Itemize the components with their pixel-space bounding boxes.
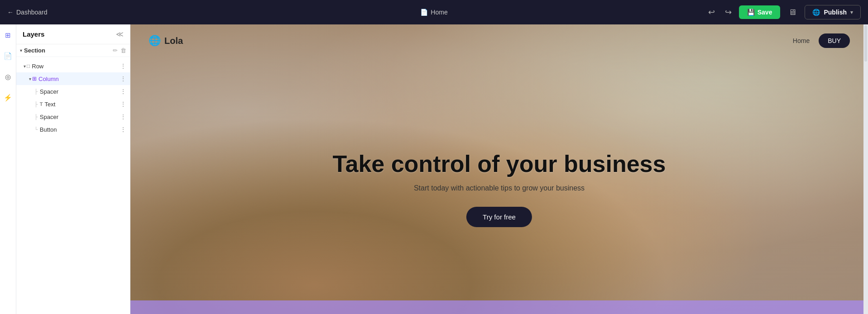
back-arrow-icon: ← — [7, 9, 14, 16]
save-button[interactable]: 💾 Save — [739, 5, 781, 19]
save-icon: 💾 — [747, 9, 755, 16]
icon-bar-pages[interactable]: 📄 — [2, 50, 14, 62]
layers-panel: Layers ≪ ▾ Section ✏ 🗑 ▾ □ Row ⋮ ▾ — [16, 24, 130, 314]
tree-item-spacer2[interactable]: ├ Spacer ⋮ — [16, 110, 130, 123]
hero-title: Take control of your business — [241, 151, 757, 177]
tree-item-row[interactable]: ▾ □ Row ⋮ — [16, 60, 130, 72]
topbar: ← Dashboard 📄 Home ↩ ↪ 💾 Save 🖥 🌐 Publis… — [0, 0, 868, 24]
icon-bar-layers[interactable]: ⊞ — [2, 29, 14, 42]
nav-home-link[interactable]: Home — [793, 37, 810, 44]
tree-item-text[interactable]: ├ T Text ⋮ — [16, 98, 130, 110]
text-label: Text — [45, 101, 120, 108]
preview-button[interactable]: 🖥 — [785, 6, 800, 19]
main-layout: ⊞ 📄 ◎ ⚡ Layers ≪ ▾ Section ✏ 🗑 ▾ □ Row ⋮ — [0, 24, 868, 314]
icon-bar-elements[interactable]: ◎ — [2, 71, 14, 83]
section-caret-icon[interactable]: ▾ — [20, 48, 22, 53]
spacer2-more-icon[interactable]: ⋮ — [120, 113, 126, 120]
publish-chevron-icon: ▾ — [850, 10, 853, 15]
section-label: Section — [24, 47, 110, 54]
page-file-icon: 📄 — [420, 9, 428, 16]
redo-button[interactable]: ↪ — [722, 5, 734, 19]
row-label: Row — [32, 63, 120, 70]
nav-buy-button[interactable]: BUY — [819, 33, 850, 48]
hero-content: Take control of your business Start toda… — [241, 151, 757, 227]
column-more-icon[interactable]: ⋮ — [120, 75, 126, 82]
logo-text: Lola — [164, 36, 183, 46]
hero-subtitle: Start today with actionable tips to grow… — [241, 184, 757, 192]
hero-nav: 🌐 Lola Home BUY — [130, 24, 868, 57]
publish-label: Publish — [824, 9, 847, 16]
column-label: Column — [38, 76, 120, 82]
spacer1-more-icon[interactable]: ⋮ — [120, 88, 126, 95]
tree-item-spacer1[interactable]: ├ Spacer ⋮ — [16, 85, 130, 98]
hero-logo[interactable]: 🌐 Lola — [149, 35, 183, 47]
hero-bottom-bar — [130, 300, 868, 314]
row-caret-icon[interactable]: ▾ — [24, 64, 26, 69]
icon-bar: ⊞ 📄 ◎ ⚡ — [0, 24, 16, 314]
hero-section: 🌐 Lola Home BUY Take control of your bus… — [130, 24, 868, 314]
page-title-area: 📄 Home — [420, 9, 447, 16]
column-caret-icon[interactable]: ▾ — [29, 76, 31, 81]
column-grid-icon: ⊞ — [32, 76, 37, 82]
row-box-icon: □ — [27, 63, 30, 69]
text-t-icon: T — [40, 101, 43, 107]
back-button[interactable]: ← Dashboard — [7, 9, 48, 16]
canvas-area: 🌐 Lola Home BUY Take control of your bus… — [130, 24, 868, 314]
publish-button[interactable]: 🌐 Publish ▾ — [805, 5, 861, 19]
hero-nav-links: Home BUY — [793, 33, 850, 48]
topbar-actions: ↩ ↪ 💾 Save 🖥 🌐 Publish ▾ — [705, 5, 861, 19]
collapse-icon[interactable]: ≪ — [116, 30, 124, 38]
icon-bar-flash[interactable]: ⚡ — [2, 91, 14, 104]
tree-item-button[interactable]: └ Button ⋮ — [16, 123, 130, 136]
layers-tree: ▾ □ Row ⋮ ▾ ⊞ Column ⋮ ├ Spacer ⋮ — [16, 57, 130, 314]
spacer1-label: Spacer — [40, 88, 120, 95]
save-label: Save — [758, 9, 772, 16]
layers-header: Layers ≪ — [16, 24, 130, 44]
tree-item-column[interactable]: ▾ ⊞ Column ⋮ — [16, 72, 130, 85]
section-row[interactable]: ▾ Section ✏ 🗑 — [16, 44, 130, 57]
button-more-icon[interactable]: ⋮ — [120, 126, 126, 133]
button-label: Button — [40, 126, 120, 133]
delete-section-icon[interactable]: 🗑 — [120, 47, 126, 54]
page-title: Home — [431, 9, 447, 16]
canvas-frame: 🌐 Lola Home BUY Take control of your bus… — [130, 24, 868, 314]
layers-title: Layers — [23, 30, 44, 38]
text-more-icon[interactable]: ⋮ — [120, 100, 126, 108]
edit-section-icon[interactable]: ✏ — [113, 47, 118, 54]
logo-globe-icon: 🌐 — [149, 35, 161, 47]
canvas-scrollbar[interactable] — [863, 24, 868, 314]
publish-globe-icon: 🌐 — [812, 9, 820, 16]
row-more-icon[interactable]: ⋮ — [120, 62, 126, 70]
spacer2-label: Spacer — [40, 114, 120, 120]
undo-button[interactable]: ↩ — [705, 5, 718, 19]
back-label: Dashboard — [16, 9, 48, 16]
hero-cta-button[interactable]: Try for free — [466, 207, 532, 227]
